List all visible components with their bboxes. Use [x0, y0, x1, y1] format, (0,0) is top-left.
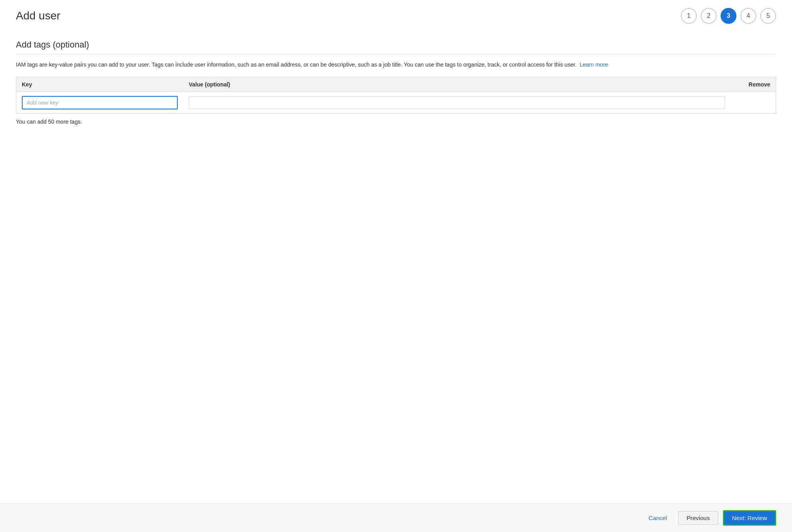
description-text: IAM tags are key-value pairs you can add…	[16, 61, 776, 69]
col-header-remove: Remove	[730, 77, 776, 92]
step-1[interactable]: 1	[681, 8, 697, 24]
learn-more-link[interactable]: Learn more	[580, 61, 608, 68]
key-cell	[16, 92, 183, 114]
tag-count-text: You can add 50 more tags.	[16, 119, 776, 125]
step-3-active[interactable]: 3	[721, 8, 736, 24]
col-header-key: Key	[16, 77, 183, 92]
section-heading: Add tags (optional)	[16, 40, 776, 50]
step-5[interactable]: 5	[760, 8, 776, 24]
remove-cell	[730, 92, 776, 114]
table-row	[16, 92, 776, 114]
table-header-row: Key Value (optional) Remove	[16, 77, 776, 92]
step-2[interactable]: 2	[701, 8, 717, 24]
section-divider	[16, 54, 776, 54]
main-content: Add tags (optional) IAM tags are key-val…	[0, 28, 792, 532]
page-title: Add user	[16, 10, 60, 22]
col-header-value: Value (optional)	[183, 77, 730, 92]
steps-indicator: 1 2 3 4 5	[681, 8, 776, 24]
tags-table: Key Value (optional) Remove	[16, 77, 776, 114]
value-input[interactable]	[189, 96, 725, 109]
key-input[interactable]	[22, 96, 178, 109]
footer: Cancel Previous Next: Review	[0, 503, 792, 532]
page-container: Add user 1 2 3 4 5 Add tags (optional) I…	[0, 0, 792, 532]
previous-button[interactable]: Previous	[678, 511, 718, 525]
step-4[interactable]: 4	[740, 8, 756, 24]
cancel-button[interactable]: Cancel	[642, 511, 674, 524]
value-cell	[183, 92, 730, 114]
header: Add user 1 2 3 4 5	[0, 0, 792, 28]
next-button[interactable]: Next: Review	[723, 510, 776, 526]
